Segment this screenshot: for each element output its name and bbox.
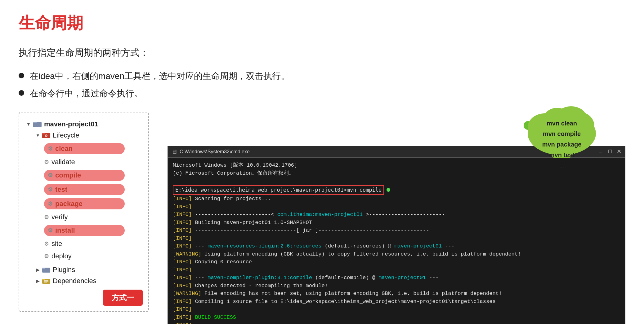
gear-icon-site: ⚙ <box>44 240 49 247</box>
term-info-13: [INFO] <box>173 305 620 313</box>
bullet-dot-2 <box>19 90 24 96</box>
lifecycle-item-package[interactable]: ⚙ package <box>44 197 142 210</box>
page-title: 生命周期 <box>19 12 625 34</box>
close-icon[interactable]: ✕ <box>617 148 621 155</box>
bullet-item-2: 在命令行中，通过命令执行。 <box>19 88 625 99</box>
way-one-button[interactable]: 方式一 <box>103 290 143 306</box>
lifecycle-item-site[interactable]: ⚙ site <box>44 238 142 249</box>
gear-icon-validate: ⚙ <box>44 159 49 165</box>
terminal-body: Microsoft Windows [版本 10.0.19042.1706] (… <box>168 158 625 324</box>
term-info-7: [INFO] --- maven-resources-plugin:2.6:re… <box>173 242 620 250</box>
gear-icon-install: ⚙ <box>48 227 53 234</box>
gear-icon-test: ⚙ <box>48 186 53 193</box>
gear-icon-compile: ⚙ <box>48 172 53 179</box>
cmd-box: E:\idea_workspace\itheima_web_project\ma… <box>173 185 384 195</box>
lifecycle-item-deploy[interactable]: ⚙ deploy <box>44 251 142 262</box>
term-info-12: [INFO] Compiling 1 source file to E:\ide… <box>173 298 620 306</box>
term-info-3: [INFO] ------------------------< com.ith… <box>173 211 620 219</box>
lifecycle-folder-icon <box>42 132 50 139</box>
term-warning-2: [WARNING] File encoding has not been set… <box>173 290 620 298</box>
term-info-6: [INFO] <box>173 234 620 243</box>
plugins-label: Plugins <box>53 266 75 274</box>
bullet-list: 在idea中，右侧的maven工具栏，选中对应的生命周期，双击执行。 在命令行中… <box>19 70 625 99</box>
terminal-title-left: 🖥 C:\Windows\System32\cmd.exe <box>172 149 250 155</box>
dependencies-icon <box>42 278 50 284</box>
tree-root: ▼ maven-project01 <box>25 119 142 130</box>
subtitle: 执行指定生命周期的两种方式： <box>19 46 625 59</box>
cloud-area: mvn clean mvn compile mvn package mvn te… <box>168 112 625 143</box>
term-info-14: [INFO] ---------------------------------… <box>173 321 620 324</box>
terminal-title-text: C:\Windows\System32\cmd.exe <box>180 149 250 155</box>
term-info-2: [INFO] <box>173 203 620 211</box>
tree-container: ▼ maven-project01 ▼ Lifecycle <box>19 112 149 312</box>
lifecycle-item-compile[interactable]: ⚙ compile <box>44 169 142 182</box>
cmd-dot <box>387 188 390 192</box>
lifecycle-item-install[interactable]: ⚙ install <box>44 224 142 237</box>
content-area: ▼ maven-project01 ▼ Lifecycle <box>19 112 625 324</box>
right-panel: mvn clean mvn compile mvn package mvn te… <box>168 112 625 324</box>
lifecycle-item-test[interactable]: ⚙ test <box>44 183 142 196</box>
term-info-4: [INFO] Building maven-project01 1.0-SNAP… <box>173 219 620 227</box>
maven-folder-icon <box>33 121 42 128</box>
svg-rect-3 <box>42 133 45 134</box>
svg-rect-6 <box>42 268 45 269</box>
tree-arrow-plugins: ▶ <box>35 267 41 273</box>
gear-icon-verify: ⚙ <box>44 214 49 221</box>
gear-icon-clean: ⚙ <box>48 145 53 152</box>
terminal-window: 🖥 C:\Windows\System32\cmd.exe － □ ✕ Micr… <box>168 146 625 324</box>
lifecycle-item-clean[interactable]: ⚙ clean <box>44 142 142 155</box>
project-name: maven-project01 <box>44 120 98 128</box>
lifecycle-item-validate[interactable]: ⚙ validate <box>44 156 142 168</box>
terminal-icon: 🖥 <box>172 149 177 155</box>
gear-icon-deploy: ⚙ <box>44 253 49 260</box>
gear-icon-package: ⚙ <box>48 200 53 207</box>
term-info-9: [INFO] <box>173 266 620 274</box>
terminal-controls: － □ ✕ <box>598 148 621 155</box>
tree-arrow-root: ▼ <box>25 121 32 127</box>
svg-rect-8 <box>42 279 45 280</box>
lifecycle-label: Lifecycle <box>53 131 79 139</box>
lifecycle-items: ⚙ clean ⚙ validate ⚙ compile <box>25 142 142 262</box>
left-panel: ▼ maven-project01 ▼ Lifecycle <box>19 112 149 312</box>
cloud-text: mvn clean mvn compile mvn package mvn te… <box>532 118 591 171</box>
bullet-item-1: 在idea中，右侧的maven工具栏，选中对应的生命周期，双击执行。 <box>19 70 625 82</box>
term-info-10: [INFO] --- maven-compiler-plugin:3.1:com… <box>173 274 620 282</box>
term-info-1: [INFO] Scanning for projects... <box>173 195 620 203</box>
cloud-bubble-container: mvn clean mvn compile mvn package mvn te… <box>523 103 601 158</box>
tree-lifecycle: ▼ Lifecycle <box>25 130 142 141</box>
term-warning-1: [WARNING] Using platform encoding (GBK a… <box>173 250 620 258</box>
term-line-blank1 <box>173 177 620 185</box>
svg-rect-1 <box>33 122 37 123</box>
tree-arrow-deps: ▶ <box>35 278 41 284</box>
term-cmd-line: E:\idea_workspace\itheima_web_project\ma… <box>173 185 620 195</box>
tree-plugins: ▶ Plugins <box>25 264 142 275</box>
bullet-dot-1 <box>19 73 24 78</box>
tree-dependencies: ▶ Dependencies <box>25 275 142 287</box>
lifecycle-item-verify[interactable]: ⚙ verify <box>44 212 142 223</box>
maximize-icon[interactable]: □ <box>608 148 612 155</box>
term-info-5: [INFO] --------------------------------[… <box>173 226 620 234</box>
term-info-8: [INFO] Copying 0 resource <box>173 258 620 266</box>
dependencies-label: Dependencies <box>53 277 96 285</box>
term-build-success: [INFO] BUILD SUCCESS <box>173 313 620 322</box>
term-info-11: [INFO] Changes detected - recompiling th… <box>173 282 620 290</box>
tree-arrow-lifecycle: ▼ <box>35 132 41 138</box>
plugins-icon <box>42 266 50 273</box>
